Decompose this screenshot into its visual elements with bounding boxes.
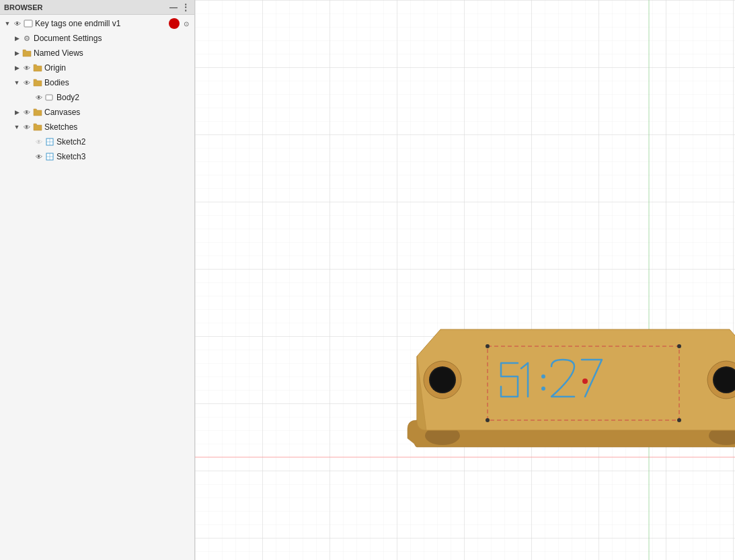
tree-eye-canvases[interactable] [22,107,32,118]
svg-point-25 [582,378,588,384]
app-container: BROWSER — ⋮ Key tags one endmill v1 ⊙ [0,0,735,560]
record-icon: ⊙ [181,18,192,29]
tree-eye-root[interactable] [12,18,23,29]
tree-arrow-origin [12,63,22,73]
browser-panel: BROWSER — ⋮ Key tags one endmill v1 ⊙ [0,0,195,560]
tree-folder-sketches-icon [32,122,43,132]
tree-eye-sketch3[interactable] [34,151,44,162]
tree-eye-body2[interactable] [34,92,44,103]
tree-arrow-sketches [12,122,22,132]
svg-point-27 [677,344,681,348]
tree-item-body2[interactable]: Body2 [0,90,194,105]
tree-arrow-sketch2 [24,137,34,147]
tree-item-named-views[interactable]: Named Views [0,46,194,61]
tree-item-canvases[interactable]: Canvases [0,105,194,120]
tree-item-sketch3[interactable]: Sketch3 [0,149,194,164]
tree-eye-origin[interactable] [22,63,32,73]
tree-item-sketches[interactable]: Sketches [0,120,194,134]
minimize-btn[interactable]: — [169,3,178,12]
tree-label-bodies: Bodies [44,78,192,87]
tree-label-sketch3: Sketch3 [56,152,192,161]
tree-folder-origin-icon [32,63,43,73]
tree-item-doc-settings[interactable]: Document Settings [0,31,194,46]
tree-arrow-sketch3 [24,152,34,161]
tree-label-canvases: Canvases [44,108,192,117]
tree-folder-canvases-icon [32,108,43,117]
tree-body-icon [44,93,55,102]
tree-item-root[interactable]: Key tags one endmill v1 ⊙ [0,16,194,31]
tree-eye-sketches[interactable] [22,122,32,132]
svg-point-2 [26,38,28,39]
tree-eye-sketch2[interactable] [34,136,44,147]
tree-arrow-named [12,48,22,58]
3d-object [397,316,735,504]
tree-sketch3-icon [44,152,55,161]
svg-rect-3 [46,95,52,100]
browser-title: BROWSER [4,3,166,11]
tree-gear-icon [22,34,32,43]
tree-file-icon [23,19,34,28]
browser-tree: Key tags one endmill v1 ⊙ Document Setti… [0,15,194,560]
tree-eye-bodies[interactable] [22,77,32,88]
tree-arrow-root [3,19,12,28]
tree-folder-bodies-icon [32,78,43,87]
tree-item-sketch2[interactable]: Sketch2 [0,134,194,149]
svg-rect-0 [24,20,32,27]
viewport[interactable] [195,0,735,560]
tree-label-sketch2: Sketch2 [56,137,192,147]
tree-label-named-views: Named Views [34,48,192,58]
expand-btn[interactable]: ⋮ [181,3,190,12]
tree-label-origin: Origin [44,63,192,73]
svg-point-23 [541,374,545,378]
browser-header: BROWSER — ⋮ [0,0,194,15]
tree-folder-named-icon [22,48,32,58]
svg-point-26 [486,344,490,348]
svg-point-28 [486,418,490,422]
tree-label-sketches: Sketches [44,122,192,132]
content-area: BROWSER — ⋮ Key tags one endmill v1 ⊙ [0,0,735,560]
tree-item-bodies[interactable]: Bodies [0,75,194,90]
tree-label-root: Key tags one endmill v1 [35,19,166,28]
tree-arrow-bodies [12,78,22,87]
tree-label-doc: Document Settings [34,34,192,43]
record-btn [169,18,180,29]
tree-item-origin[interactable]: Origin [0,61,194,75]
tree-arrow-body2 [24,93,34,102]
tree-arrow-canvases [12,108,22,117]
svg-point-18 [430,368,455,392]
svg-point-29 [677,418,681,422]
tree-label-body2: Body2 [56,93,192,102]
tree-arrow-doc [12,34,22,43]
svg-point-24 [541,387,545,391]
tree-sketch2-icon [44,137,55,147]
